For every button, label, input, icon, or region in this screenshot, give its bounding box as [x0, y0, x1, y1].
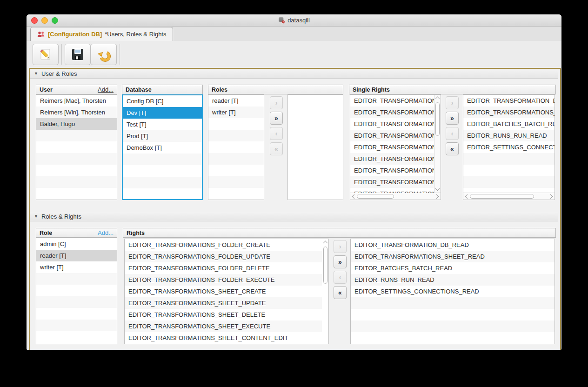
right-assigned-item[interactable]: [351, 332, 555, 344]
role-available-item[interactable]: [208, 118, 264, 130]
database-list-item[interactable]: [123, 188, 202, 199]
single-right-assigned-item[interactable]: [463, 165, 555, 176]
scrollbar-thumb[interactable]: [323, 247, 327, 284]
scroll-left-icon[interactable]: [465, 194, 470, 199]
scroll-up-icon[interactable]: [323, 241, 328, 246]
scroll-down-icon[interactable]: [435, 187, 440, 191]
scroll-left-icon[interactable]: [352, 194, 357, 199]
move-right-button[interactable]: ›: [446, 96, 459, 109]
single-right-assigned-item[interactable]: [463, 153, 555, 165]
user-list-item[interactable]: Reimers [Mac], Thorsten: [36, 95, 117, 107]
single-right-available-item[interactable]: EDITOR_TRANSFORMATIONS_FOLDER_CREATE: [350, 95, 434, 107]
zoom-window-button[interactable]: [52, 17, 58, 24]
right-assigned-item[interactable]: EDITOR_BATCHES_BATCH_READ: [351, 262, 555, 274]
user-list-item[interactable]: Balder, Hugo: [36, 118, 117, 130]
role-available-item[interactable]: [208, 141, 264, 153]
user-list-item[interactable]: [36, 165, 117, 176]
role-available-item[interactable]: [208, 165, 264, 176]
right-available-item[interactable]: EDITOR_TRANSFORMATIONS_SHEET_UPDATE: [125, 297, 322, 309]
move-all-right-button[interactable]: »: [446, 112, 459, 125]
role-list-item[interactable]: reader [T]: [36, 250, 117, 261]
user-list-item[interactable]: Reimers [Win], Thorsten: [36, 107, 117, 118]
single-right-assigned-item[interactable]: [463, 176, 555, 188]
single-right-assigned-item[interactable]: EDITOR_SETTINGS_CONNECTIONS_READ: [463, 141, 555, 153]
scrollbar-thumb[interactable]: [470, 194, 534, 199]
scrollbar-thumb[interactable]: [435, 102, 440, 136]
horizontal-scrollbar[interactable]: [463, 193, 555, 200]
add-user-link[interactable]: Add...: [98, 86, 114, 93]
role-available-item[interactable]: reader [T]: [208, 95, 264, 107]
right-available-item[interactable]: EDITOR_TRANSFORMATIONS_SHEET_DELETE: [125, 309, 322, 320]
user-list-item[interactable]: [36, 153, 117, 165]
close-window-button[interactable]: [31, 17, 38, 24]
user-list-item[interactable]: [36, 141, 117, 153]
database-list-item[interactable]: Dev [T]: [123, 107, 202, 119]
single-right-assigned-item[interactable]: EDITOR_TRANSFORMATIONS_SHEET_READ: [463, 107, 555, 118]
single-right-assigned-item[interactable]: [463, 188, 555, 193]
database-list-item[interactable]: [123, 165, 202, 177]
role-available-item[interactable]: writer [T]: [208, 107, 264, 118]
move-left-button[interactable]: ‹: [446, 127, 459, 140]
role-available-item[interactable]: [208, 188, 264, 200]
right-available-item[interactable]: EDITOR_TRANSFORMATIONS_FOLDER_CREATE: [125, 239, 322, 251]
section-header-roles-rights[interactable]: ▼ Roles & Rights: [30, 212, 558, 221]
role-list-item[interactable]: admin [C]: [36, 238, 117, 250]
vertical-scrollbar[interactable]: [434, 95, 441, 193]
database-list-item[interactable]: Prod [T]: [123, 130, 202, 142]
right-available-item[interactable]: EDITOR_TRANSFORMATIONS_FOLDER_UPDATE: [125, 251, 322, 262]
tab-users-roles-rights[interactable]: [Configuration DB] *Users, Roles & Right…: [30, 27, 173, 41]
user-list-item[interactable]: [36, 188, 117, 200]
right-available-item[interactable]: EDITOR_TRANSFORMATIONS_SHEET_CONTENT_EDI…: [125, 332, 322, 344]
role-list-item[interactable]: [36, 331, 117, 343]
right-assigned-item[interactable]: [351, 309, 555, 320]
move-all-left-button[interactable]: «: [334, 286, 347, 299]
scroll-right-icon[interactable]: [434, 194, 439, 199]
database-list-item[interactable]: [123, 177, 202, 188]
single-right-available-item[interactable]: EDITOR_TRANSFORMATIONS_SHEET_EXECUTE: [350, 176, 434, 188]
right-assigned-item[interactable]: EDITOR_TRANSFORMATION_DB_READ: [351, 239, 555, 251]
role-list-item[interactable]: [36, 285, 117, 296]
single-right-available-item[interactable]: EDITOR_TRANSFORMATIONS_FOLDER_UPDATE: [350, 107, 434, 118]
single-right-assigned-item[interactable]: EDITOR_RUNS_RUN_READ: [463, 130, 555, 141]
single-right-available-item[interactable]: EDITOR_TRANSFORMATIONS_FOLDER_DELETE: [350, 118, 434, 130]
role-list-item[interactable]: [36, 308, 117, 320]
single-right-assigned-item[interactable]: EDITOR_TRANSFORMATION_DB_READ: [463, 95, 555, 107]
user-list-item[interactable]: [36, 130, 117, 141]
role-list-item[interactable]: [36, 296, 117, 308]
right-available-item[interactable]: EDITOR_TRANSFORMATIONS_FOLDER_EXECUTE: [125, 274, 322, 286]
single-right-available-item[interactable]: EDITOR_TRANSFORMATIONS_SHEET_CONTENT_EDI…: [350, 188, 434, 193]
scroll-up-icon[interactable]: [435, 97, 440, 101]
database-list-item[interactable]: [123, 153, 202, 165]
scroll-right-icon[interactable]: [548, 194, 553, 199]
move-all-left-button[interactable]: «: [270, 142, 283, 155]
move-right-button[interactable]: ›: [334, 240, 347, 253]
database-list-item[interactable]: Test [T]: [123, 119, 202, 130]
single-right-assigned-item[interactable]: EDITOR_BATCHES_BATCH_READ: [463, 118, 555, 130]
database-list-item[interactable]: DemoBox [T]: [123, 142, 202, 153]
undo-button[interactable]: [91, 44, 117, 65]
right-available-item[interactable]: EDITOR_TRANSFORMATIONS_SHEET_CREATE: [125, 286, 322, 297]
right-assigned-item[interactable]: EDITOR_RUNS_RUN_READ: [351, 274, 555, 286]
single-right-available-item[interactable]: EDITOR_TRANSFORMATIONS_SHEET_UPDATE: [350, 153, 434, 165]
role-available-item[interactable]: [208, 176, 264, 188]
right-assigned-item[interactable]: [351, 297, 555, 309]
right-available-item[interactable]: EDITOR_TRANSFORMATIONS_SHEET_EXECUTE: [125, 320, 322, 332]
right-assigned-item[interactable]: EDITOR_TRANSFORMATIONS_SHEET_READ: [351, 251, 555, 262]
right-assigned-item[interactable]: [351, 320, 555, 332]
role-list-item[interactable]: [36, 273, 117, 285]
right-assigned-item[interactable]: EDITOR_SETTINGS_CONNECTIONS_READ: [351, 286, 555, 297]
move-left-button[interactable]: ‹: [334, 271, 347, 284]
single-right-available-item[interactable]: EDITOR_TRANSFORMATIONS_FOLDER_EXECUTE: [350, 130, 434, 141]
move-right-button[interactable]: ›: [270, 96, 283, 109]
move-left-button[interactable]: ‹: [270, 127, 283, 140]
move-all-right-button[interactable]: »: [270, 112, 283, 125]
edit-button[interactable]: [33, 44, 59, 65]
horizontal-scrollbar[interactable]: [350, 193, 441, 200]
database-list-item[interactable]: Config DB [C]: [123, 95, 202, 107]
minimize-window-button[interactable]: [41, 17, 48, 24]
single-right-available-item[interactable]: EDITOR_TRANSFORMATIONS_SHEET_DELETE: [350, 165, 434, 176]
user-list-item[interactable]: [36, 176, 117, 188]
save-button[interactable]: [65, 44, 91, 65]
move-all-left-button[interactable]: «: [446, 142, 459, 155]
single-right-available-item[interactable]: EDITOR_TRANSFORMATIONS_SHEET_CREATE: [350, 141, 434, 153]
